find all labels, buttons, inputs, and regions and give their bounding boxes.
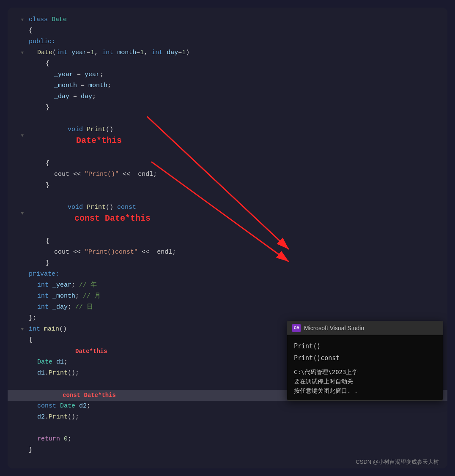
inline-annotation-date-this: Date*this (75, 346, 107, 357)
annotation-const-date-this: const Date*this (74, 213, 151, 223)
annotation-date-this: Date*this (76, 136, 122, 145)
watermark-bar: CSDN @小树苗渴望变成参天大树 (8, 456, 447, 468)
code-line: private: (8, 269, 447, 280)
code-line: int _year; // 年 (8, 280, 447, 291)
code-line: _month = month; (8, 80, 447, 91)
code-line: ▼ class Date (8, 14, 447, 25)
code-line: { (8, 25, 447, 36)
main-container: ▼ class Date { public: ▼ Date(int year=1… (8, 8, 447, 468)
code-line: int _day; // 日 (8, 302, 447, 313)
code-line: { (8, 58, 447, 69)
code-line: _day = day; (8, 91, 447, 102)
code-editor: ▼ class Date { public: ▼ Date(int year=1… (8, 8, 447, 456)
code-line: { (8, 158, 447, 169)
fold-icon[interactable]: ▼ (21, 324, 24, 335)
code-line: cout << "Print()const" << endl; (8, 247, 447, 258)
code-line: } (8, 180, 447, 191)
code-line (8, 423, 447, 434)
inline-annotation-const-date-this: const Date*this (63, 390, 116, 401)
code-line: } (8, 445, 447, 456)
code-line: return 0; (8, 434, 447, 445)
console-path: C:\代码管理\2023上学 要在调试停止时自动关 按任意键关闭此窗口. . (294, 367, 436, 395)
code-line: } (8, 258, 447, 269)
code-line: int _month; // 月 (8, 291, 447, 302)
code-line: } (8, 102, 447, 113)
code-line: cout << "Print()" << endl; (8, 169, 447, 180)
code-line: ▼ Date(int year=1, int month=1, int day=… (8, 47, 447, 58)
console-window: C# Microsoft Visual Studio Print() Print… (287, 321, 443, 401)
visual-studio-icon: C# (292, 324, 301, 332)
fold-icon[interactable]: ▼ (21, 130, 24, 141)
code-line: _year = year; (8, 69, 447, 80)
console-output-print: Print() (294, 340, 436, 352)
console-output-print-const: Print()const (294, 352, 436, 364)
console-title: Microsoft Visual Studio (304, 325, 364, 331)
fold-icon[interactable]: ▼ (21, 14, 24, 25)
fold-icon[interactable]: ▼ (21, 47, 24, 58)
code-line: { (8, 236, 447, 247)
code-line: public: (8, 36, 447, 47)
console-title-bar: C# Microsoft Visual Studio (287, 321, 443, 335)
console-body: Print() Print()const C:\代码管理\2023上学 要在调试… (287, 335, 443, 400)
code-line: ▼ void Print() Date*this (8, 113, 447, 158)
code-line: const Date d2; (8, 401, 447, 412)
code-line: ▼ void Print() const const Date*this (8, 191, 447, 236)
fold-icon[interactable]: ▼ (21, 208, 24, 219)
code-line: d2.Print(); (8, 412, 447, 423)
watermark-text: CSDN @小树苗渴望变成参天大树 (356, 459, 439, 465)
